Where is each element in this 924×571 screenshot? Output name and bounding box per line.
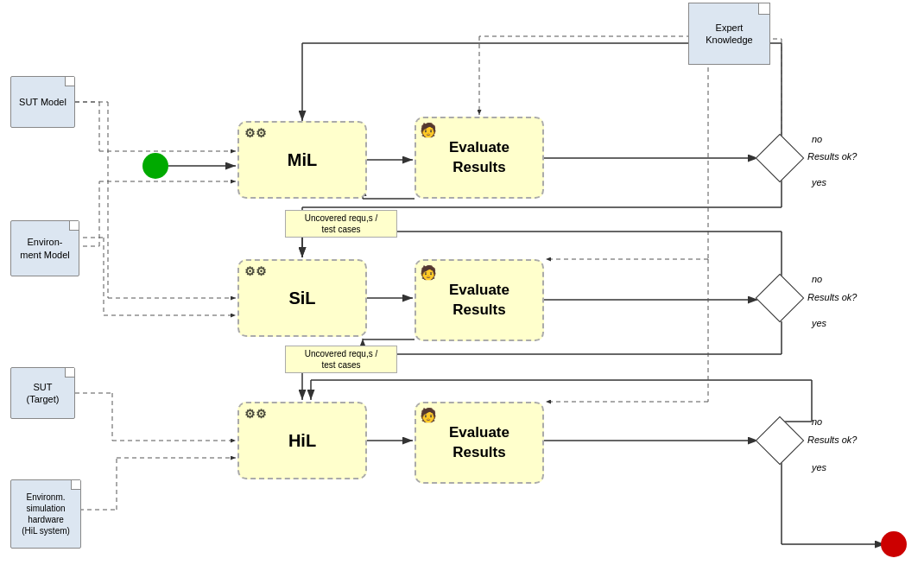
eval-sil-person-icon: 🧑 [420, 264, 437, 282]
sil-process-box: ⚙⚙ SiL [237, 259, 367, 337]
sut-model-doc: SUT Model [10, 76, 75, 128]
uncovered-sil-label-box: Uncovered requ,s /test cases [285, 346, 397, 373]
no-hil-label: no [812, 416, 822, 427]
eval-mil-person-icon: 🧑 [420, 122, 437, 140]
no-sil-label: no [812, 274, 822, 284]
yes-mil-label: yes [812, 177, 826, 187]
eval-sil-box: 🧑 EvaluateResults [415, 259, 544, 341]
sil-label: SiL [288, 289, 315, 308]
env-model-label: Environ-ment Model [20, 236, 69, 261]
mil-process-box: ⚙⚙ MiL [237, 121, 367, 199]
sut-target-label: SUT(Target) [27, 381, 60, 406]
diagram: Expert Knowledge SUT Model Environ-ment … [0, 0, 924, 571]
eval-hil-label: EvaluateResults [449, 423, 509, 461]
results-ok-sil-label: Results ok? [807, 292, 857, 302]
expert-knowledge-note: Expert Knowledge [688, 3, 770, 65]
diamond-mil [758, 136, 805, 183]
results-ok-mil-label: Results ok? [807, 151, 857, 162]
start-circle [142, 153, 168, 179]
no-mil-label: no [812, 134, 822, 144]
eval-sil-label: EvaluateResults [449, 281, 509, 319]
sil-gear-icon: ⚙⚙ [244, 264, 267, 278]
yes-sil-label: yes [812, 318, 826, 328]
yes-hil-label: yes [812, 462, 826, 473]
sut-target-doc: SUT(Target) [10, 367, 75, 419]
env-hw-doc: Environm.simulationhardware(HiL system) [10, 479, 81, 549]
uncovered-mil-label-box: Uncovered requ,s /test cases [285, 210, 397, 238]
hil-process-box: ⚙⚙ HiL [237, 402, 367, 479]
expert-knowledge-label: Expert Knowledge [706, 22, 752, 47]
diamond-hil [758, 419, 805, 466]
eval-hil-person-icon: 🧑 [420, 407, 437, 425]
mil-gear-icon: ⚙⚙ [244, 126, 267, 140]
eval-mil-label: EvaluateResults [449, 138, 509, 176]
eval-hil-box: 🧑 EvaluateResults [415, 402, 544, 484]
sut-model-label: SUT Model [19, 96, 66, 108]
hil-label: HiL [288, 431, 316, 451]
diamond-sil [758, 276, 805, 323]
env-model-doc: Environ-ment Model [10, 220, 79, 276]
uncovered-sil-text: Uncovered requ,s /test cases [305, 349, 378, 370]
eval-mil-box: 🧑 EvaluateResults [415, 117, 544, 199]
mil-label: MiL [288, 150, 317, 170]
env-hw-label: Environm.simulationhardware(HiL system) [22, 492, 70, 536]
results-ok-hil-label: Results ok? [807, 435, 857, 445]
end-circle [881, 531, 907, 557]
hil-gear-icon: ⚙⚙ [244, 407, 267, 421]
uncovered-mil-text: Uncovered requ,s /test cases [305, 213, 378, 234]
